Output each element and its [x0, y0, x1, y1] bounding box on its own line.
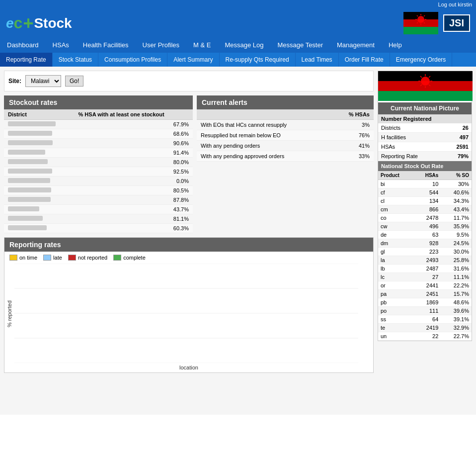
subnav-reporting-rate[interactable]: Reporting Rate — [0, 53, 53, 67]
nav-message-log[interactable]: Message Log — [218, 37, 270, 53]
stock-pct: 39.1% — [441, 315, 472, 324]
nav-me[interactable]: M & E — [186, 37, 218, 53]
subnav-lead-times[interactable]: Lead Times — [296, 53, 339, 67]
x-axis-label: location — [4, 365, 373, 372]
nav-help[interactable]: Help — [382, 37, 409, 53]
svg-rect-2 — [403, 27, 438, 34]
y-axis-right — [358, 264, 373, 365]
legend-complete-color — [113, 255, 121, 261]
go-button[interactable]: Go! — [65, 76, 83, 87]
stock-pct: 31.6% — [441, 265, 472, 273]
legend-ontime-color — [9, 255, 17, 261]
alert-row: With any pending approved orders 33% — [197, 151, 374, 162]
subnav-emergency[interactable]: Emergency Orders — [390, 53, 453, 67]
stock-product: bi — [378, 180, 413, 188]
legend-ontime-label: on time — [19, 255, 37, 261]
stockout-title: Stockout rates — [4, 95, 193, 109]
stock-col-pct: % SO — [441, 171, 472, 180]
legend-notreported-label: not reported — [78, 255, 107, 261]
stockout-row: 80.5% — [4, 186, 193, 195]
national-title: Current National Picture — [378, 102, 472, 114]
nav-management[interactable]: Management — [330, 37, 382, 53]
stockout-district — [4, 186, 75, 195]
stockout-row: 87.8% — [4, 195, 193, 205]
stock-product: cm — [378, 205, 413, 214]
stock-product: ss — [378, 315, 413, 324]
subnav-stock-status[interactable]: Stock Status — [53, 53, 98, 67]
nav-user-profiles[interactable]: User Profiles — [136, 37, 186, 53]
nav-health-facilities[interactable]: Health Facilities — [76, 37, 136, 53]
subnav-alert-summary[interactable]: Alert Summary — [167, 53, 219, 67]
stockout-row: 91.4% — [4, 148, 193, 158]
stock-row: dm 928 24.5% — [378, 239, 472, 248]
stockout-district — [4, 205, 75, 214]
stockout-district — [4, 158, 75, 167]
reporting-chart: 100 75 50 25 0 100 75 50 25 0 — [14, 264, 358, 363]
legend-late: late — [43, 255, 62, 261]
alert-pct: 41% — [332, 141, 374, 151]
stockout-district — [4, 224, 75, 233]
stockout-district — [4, 120, 75, 129]
stock-pct: 30.0% — [441, 248, 472, 256]
stock-col-hsas: HSAs — [413, 171, 441, 180]
content: Site: Malawi Go! Stockout rates District… — [0, 67, 476, 415]
stockout-rate-header: National Stock Out Rate — [378, 161, 472, 171]
stockout-pct: 0.0% — [75, 177, 193, 186]
legend-complete-label: complete — [123, 255, 146, 261]
stockout-district — [4, 195, 75, 205]
alert-label: Resupplied but remain below EO — [197, 130, 332, 141]
national-stat-row: Reporting Rate 79% — [378, 152, 472, 161]
national-stat-label: HSAs — [378, 142, 444, 152]
stock-row: gl 223 30.0% — [378, 248, 472, 256]
site-select[interactable]: Malawi — [25, 75, 61, 87]
stock-pct: 48.6% — [441, 298, 472, 307]
stockout-district — [4, 139, 75, 148]
subnav-consumption-profiles[interactable]: Consumption Profiles — [98, 53, 167, 67]
stock-product: lb — [378, 265, 413, 273]
subnav-order-fill[interactable]: Order Fill Rate — [339, 53, 390, 67]
national-stat-label: H facilities — [378, 133, 444, 142]
stock-pct: 24.5% — [441, 239, 472, 248]
stockout-row: 92.5% — [4, 167, 193, 177]
logout-link[interactable]: Log out kirstin — [438, 1, 472, 7]
alert-pct: 3% — [332, 120, 374, 130]
stockout-district — [4, 177, 75, 186]
jsi-logo: JSI — [443, 14, 470, 32]
stock-product: co — [378, 214, 413, 222]
stockout-col-pct: % HSA with at least one stockout — [75, 109, 193, 120]
stock-product: la — [378, 256, 413, 265]
site-label: Site: — [8, 78, 21, 85]
alerts-col-pct: % HSAs — [332, 109, 374, 120]
malawi-flag — [403, 12, 438, 34]
national-stats-table: Districts 26 H facilities 497 HSAs 2591 … — [378, 123, 472, 161]
stock-pct: 9.5% — [441, 231, 472, 239]
stock-row: lb 2487 31.6% — [378, 265, 472, 273]
nav-hsas[interactable]: HSAs — [46, 37, 76, 53]
stockout-pct: 68.6% — [75, 129, 193, 139]
stock-product: cl — [378, 197, 413, 205]
stockout-row: 67.9% — [4, 120, 193, 129]
national-stat-value: 79% — [444, 152, 472, 161]
stockout-row: 90.6% — [4, 139, 193, 148]
stock-hsas: 928 — [413, 239, 441, 248]
stockout-pct: 80.0% — [75, 158, 193, 167]
stock-product: pb — [378, 298, 413, 307]
stockout-row: 43.7% — [4, 205, 193, 214]
stockout-pct: 80.5% — [75, 186, 193, 195]
svg-rect-29 — [378, 91, 473, 101]
stockout-pct: 92.5% — [75, 167, 193, 177]
nav-message-tester[interactable]: Message Tester — [271, 37, 330, 53]
stock-pct: 40.6% — [441, 188, 472, 197]
stock-product: po — [378, 307, 413, 315]
stock-row: lc 27 11.1% — [378, 273, 472, 281]
stock-row: ss 64 39.1% — [378, 315, 472, 324]
stock-pct: 15.7% — [441, 290, 472, 298]
nav-dashboard[interactable]: Dashboard — [0, 37, 46, 53]
subnav-resupply[interactable]: Re-supply Qts Required — [220, 53, 296, 67]
stock-hsas: 22 — [413, 332, 441, 341]
stock-pct: 22.7% — [441, 332, 472, 341]
stock-product: cw — [378, 222, 413, 231]
alerts-col-label — [197, 109, 332, 120]
stock-row: bi 10 30% — [378, 180, 472, 188]
stock-product: cf — [378, 188, 413, 197]
